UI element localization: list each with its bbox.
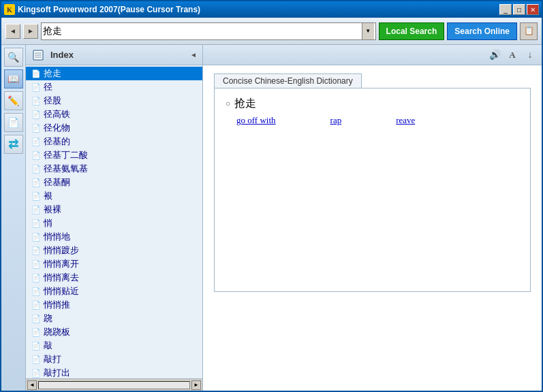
dropdown-button[interactable]: ▼ <box>362 23 374 39</box>
item-text: 径化物 <box>44 122 70 134</box>
list-item[interactable]: 📄 敲打 <box>26 353 202 366</box>
list-item[interactable]: 📄 敲打出 <box>26 366 202 378</box>
item-doc-icon: 📄 <box>31 246 41 255</box>
icon-sidebar: 🔍 📖 ✏️ 📄 ⇄ <box>1 45 26 391</box>
item-text: 径股 <box>44 95 61 107</box>
item-doc-icon: 📄 <box>31 165 41 174</box>
list-item[interactable]: 📄 裉裸 <box>26 203 202 216</box>
list-item[interactable]: 📄 径基酮 <box>26 176 202 189</box>
sidebar-bottom-bar: ◄ ► <box>26 378 202 391</box>
item-text: 径基丁二酸 <box>44 149 88 161</box>
sidebar-arrows-icon: ⇄ <box>8 137 18 152</box>
nav-back-button[interactable]: ◄ <box>5 24 20 39</box>
app-icon: K <box>4 4 15 15</box>
minimize-button[interactable]: _ <box>499 4 512 15</box>
sidebar-arrows-button[interactable]: ⇄ <box>4 135 23 154</box>
list-item[interactable]: 📄 抢走 <box>26 67 202 80</box>
list-item[interactable]: 📄 径股 <box>26 94 202 108</box>
dict-tab[interactable]: Concise Chinese-English Dictionary <box>214 74 362 88</box>
maximize-button[interactable]: □ <box>513 4 525 15</box>
translation-link-3[interactable]: reave <box>396 115 415 126</box>
translation-link-1[interactable]: go off with <box>236 115 276 126</box>
list-item[interactable]: 📄 径基的 <box>26 135 202 148</box>
item-text: 悄悄离开 <box>44 258 79 270</box>
item-text: 悄悄离去 <box>44 272 79 284</box>
sidebar-collapse-button[interactable]: ◄ <box>190 51 197 59</box>
word-text: 抢走 <box>234 97 256 111</box>
sidebar-search-icon: 🔍 <box>7 52 19 63</box>
title-bar: K Kingsoft Powerword 2007(Pause Cursor T… <box>1 1 542 18</box>
item-doc-icon: 📄 <box>31 342 41 350</box>
item-doc-icon: 📄 <box>31 301 41 310</box>
dropdown-arrow-icon: ▼ <box>365 28 371 34</box>
item-doc-icon: 📄 <box>31 219 41 228</box>
item-text: 悄悄推 <box>44 299 70 311</box>
list-item[interactable]: 📄 敲 <box>26 339 202 353</box>
list-item[interactable]: 📄 径 <box>26 80 202 94</box>
search-input[interactable] <box>43 26 362 37</box>
item-text: 径高铁 <box>44 108 70 120</box>
list-item[interactable]: 📄 跷跷板 <box>26 325 202 339</box>
item-doc-icon: 📄 <box>31 287 41 296</box>
list-item[interactable]: 📄 径基丁二酸 <box>26 148 202 162</box>
sidebar-header: Index ◄ <box>26 45 202 65</box>
index-list: 📄 抢走 📄 径 📄 径股 📄 径高铁 📄 径化物 <box>26 65 202 378</box>
title-bar-left: K Kingsoft Powerword 2007(Pause Cursor T… <box>4 4 200 15</box>
sidebar-edit-button[interactable]: ✏️ <box>4 91 23 110</box>
index-icon <box>31 48 45 62</box>
list-item[interactable]: 📄 悄悄离去 <box>26 271 202 284</box>
item-doc-icon: 📄 <box>31 328 41 337</box>
local-search-button[interactable]: Local Search <box>379 22 445 40</box>
sidebar-doc-button[interactable]: 📄 <box>4 113 23 132</box>
item-text: 抢走 <box>44 67 61 80</box>
title-buttons: _ □ ✕ <box>499 4 539 15</box>
nav-forward-button[interactable]: ► <box>23 24 38 39</box>
translation-link-2[interactable]: rap <box>330 115 342 126</box>
window-title: Kingsoft Powerword 2007(Pause Cursor Tra… <box>18 5 200 14</box>
item-doc-icon: 📄 <box>31 69 41 78</box>
sidebar-doc-icon: 📄 <box>7 117 19 129</box>
item-doc-icon: 📄 <box>31 369 41 378</box>
item-text: 裉 <box>44 190 52 202</box>
forward-icon: ► <box>27 27 34 35</box>
copy-button[interactable]: 📋 <box>520 22 538 40</box>
item-doc-icon: 📄 <box>31 97 41 105</box>
item-text: 敲 <box>44 340 52 352</box>
list-item[interactable]: 📄 悄悄踱步 <box>26 244 202 257</box>
list-item[interactable]: 📄 径高铁 <box>26 108 202 121</box>
list-item[interactable]: 📄 悄悄离开 <box>26 257 202 271</box>
scroll-right-button[interactable]: ► <box>191 380 201 390</box>
item-doc-icon: 📄 <box>31 192 41 201</box>
sound-icon: 🔊 <box>489 49 501 61</box>
sidebar-search-button[interactable]: 🔍 <box>4 48 23 67</box>
item-text: 裉裸 <box>44 203 61 216</box>
item-doc-icon: 📄 <box>31 233 41 242</box>
font-icon-button[interactable]: A <box>505 48 520 63</box>
list-item[interactable]: 📄 悄悄推 <box>26 298 202 312</box>
close-button[interactable]: ✕ <box>527 4 539 15</box>
list-item[interactable]: 📄 跷 <box>26 312 202 325</box>
scroll-left-button[interactable]: ◄ <box>27 380 37 390</box>
copy-icon: 📋 <box>524 26 534 36</box>
list-item[interactable]: 📄 悄悄地 <box>26 230 202 244</box>
search-wrapper: ▼ <box>41 22 376 40</box>
horizontal-scrollbar[interactable] <box>38 381 190 389</box>
list-item[interactable]: 📄 径化物 <box>26 121 202 135</box>
list-item[interactable]: 📄 悄 <box>26 216 202 230</box>
list-item[interactable]: 📄 裉 <box>26 189 202 203</box>
item-doc-icon: 📄 <box>31 178 41 187</box>
sound-icon-button[interactable]: 🔊 <box>487 48 502 63</box>
list-item[interactable]: 📄 悄悄贴近 <box>26 284 202 298</box>
item-text: 径基酮 <box>44 176 70 189</box>
sidebar-book-icon: 📖 <box>7 74 19 85</box>
item-text: 敲打 <box>44 353 61 365</box>
main-toolbar: 🔊 A ↓ <box>203 45 542 65</box>
sidebar-book-button[interactable]: 📖 <box>4 69 23 88</box>
font-icon: A <box>509 50 515 61</box>
item-doc-icon: 📄 <box>31 137 41 146</box>
content-area: 🔍 📖 ✏️ 📄 ⇄ <box>1 45 542 391</box>
down-icon-button[interactable]: ↓ <box>523 48 538 63</box>
item-text: 悄 <box>44 217 52 229</box>
list-item[interactable]: 📄 径基氨氧基 <box>26 162 202 176</box>
search-online-button[interactable]: Search Online <box>447 22 517 40</box>
